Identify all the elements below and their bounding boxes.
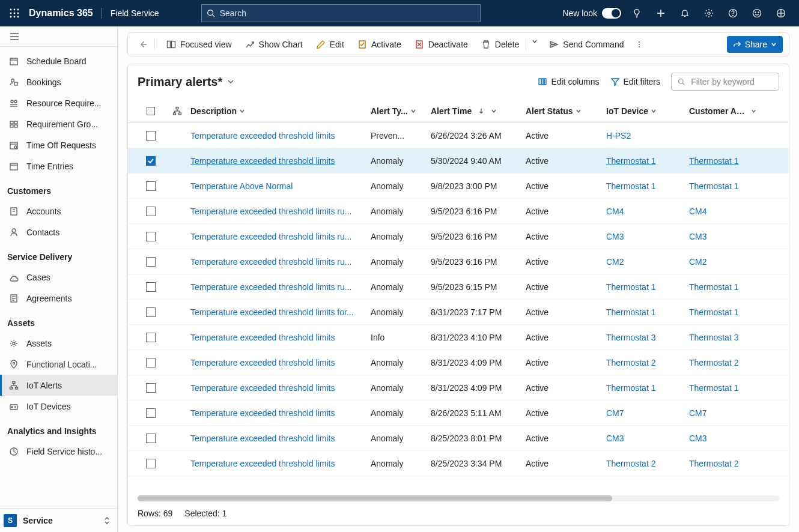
customer-asset-link[interactable]: CM4 xyxy=(689,207,762,216)
description-link[interactable]: Temperature exceeded threshold limits ru… xyxy=(190,257,371,267)
description-link[interactable]: Temperature exceeded threshold limits xyxy=(190,383,371,393)
iot-device-link[interactable]: Thermostat 1 xyxy=(606,282,689,292)
iot-device-link[interactable]: H-PS2 xyxy=(606,131,689,141)
toggle-switch[interactable] xyxy=(602,8,621,19)
sidebar-item[interactable]: Requirement Gro... xyxy=(0,113,117,135)
iot-device-link[interactable]: CM2 xyxy=(606,257,689,267)
iot-device-link[interactable]: Thermostat 1 xyxy=(606,156,689,166)
focused-view-button[interactable]: Focused view xyxy=(160,32,238,56)
customer-asset-link[interactable]: Thermostat 2 xyxy=(689,358,762,367)
customer-asset-link[interactable]: Thermostat 1 xyxy=(689,383,762,393)
notifications-button[interactable] xyxy=(673,0,697,26)
table-row[interactable]: Temperature exceeded threshold limitsAno… xyxy=(128,401,789,426)
table-row[interactable]: Temperature exceeded threshold limitsAno… xyxy=(128,451,789,476)
iot-device-link[interactable]: Thermostat 2 xyxy=(606,459,689,468)
row-checkbox[interactable] xyxy=(138,333,164,342)
row-checkbox[interactable] xyxy=(138,434,164,443)
row-checkbox[interactable] xyxy=(138,207,164,216)
row-checkbox[interactable] xyxy=(138,232,164,241)
add-button[interactable] xyxy=(649,0,673,26)
description-link[interactable]: Temperature exceeded threshold limits xyxy=(190,408,371,418)
table-row[interactable]: Temperature Above NormalAnomaly9/8/2023 … xyxy=(128,174,789,199)
sidebar-item[interactable]: Schedule Board xyxy=(0,50,117,71)
show-chart-button[interactable]: Show Chart xyxy=(238,32,309,56)
sidebar-item[interactable]: Contacts xyxy=(0,222,117,243)
row-checkbox[interactable] xyxy=(138,307,164,317)
sidebar-item[interactable]: Assets xyxy=(0,333,117,354)
keyword-filter[interactable] xyxy=(671,73,779,91)
sidebar-item[interactable]: Cases xyxy=(0,267,117,288)
column-alert-time[interactable]: Alert Time xyxy=(431,106,526,116)
customer-asset-link[interactable]: Thermostat 1 xyxy=(689,307,762,317)
description-link[interactable]: Temperature exceeded threshold limits fo… xyxy=(190,307,371,317)
customer-asset-link[interactable]: Thermostat 2 xyxy=(689,459,762,468)
iot-device-link[interactable]: CM3 xyxy=(606,232,689,241)
column-alert-type[interactable]: Alert Ty... xyxy=(371,106,431,116)
delete-button[interactable]: Delete xyxy=(475,32,526,56)
lightbulb-button[interactable] xyxy=(625,0,649,26)
sidebar-collapse-button[interactable] xyxy=(0,26,117,47)
table-row[interactable]: Temperature exceeded threshold limitsAno… xyxy=(128,350,789,375)
column-customer-asset[interactable]: Customer Asset xyxy=(689,106,762,116)
customer-asset-link[interactable]: Thermostat 1 xyxy=(689,156,762,166)
environment-button[interactable] xyxy=(769,0,793,26)
sidebar-item[interactable]: Resource Require... xyxy=(0,92,117,113)
table-row[interactable]: Temperature exceeded threshold limits fo… xyxy=(128,300,789,325)
description-link[interactable]: Temperature exceeded threshold limits xyxy=(190,434,371,443)
table-row[interactable]: Temperature exceeded threshold limits ru… xyxy=(128,274,789,300)
sidebar-item[interactable]: Agreements xyxy=(0,288,117,309)
description-link[interactable]: Temperature exceeded threshold limits xyxy=(190,333,371,342)
customer-asset-link[interactable]: CM3 xyxy=(689,232,762,241)
description-link[interactable]: Temperature exceeded threshold limits xyxy=(190,459,371,468)
row-checkbox[interactable] xyxy=(138,282,164,292)
sidebar-item[interactable]: IoT Alerts xyxy=(0,375,117,396)
edit-filters-button[interactable]: Edit filters xyxy=(610,77,660,86)
row-checkbox[interactable] xyxy=(138,459,164,468)
column-iot-device[interactable]: IoT Device xyxy=(606,106,689,116)
row-checkbox[interactable] xyxy=(138,383,164,393)
description-link[interactable]: Temperature exceeded threshold limits ru… xyxy=(190,232,371,241)
area-switcher[interactable]: S Service xyxy=(0,508,117,532)
customer-asset-link[interactable]: CM3 xyxy=(689,434,762,443)
description-link[interactable]: Temperature exceeded threshold limits xyxy=(190,156,371,166)
edit-button[interactable]: Edit xyxy=(309,32,351,56)
table-row[interactable]: Temperature exceeded threshold limitsAno… xyxy=(128,375,789,401)
table-row[interactable]: Temperature exceeded threshold limits ru… xyxy=(128,199,789,224)
feedback-button[interactable] xyxy=(745,0,769,26)
sidebar-item[interactable]: IoT Devices xyxy=(0,396,117,417)
row-checkbox[interactable] xyxy=(138,408,164,418)
row-checkbox[interactable] xyxy=(138,131,164,141)
global-search-input[interactable] xyxy=(219,8,475,19)
delete-split-dropdown[interactable] xyxy=(526,38,542,50)
settings-button[interactable] xyxy=(697,0,721,26)
app-name-label[interactable]: Field Service xyxy=(111,8,159,18)
row-checkbox[interactable] xyxy=(138,257,164,267)
sidebar-item[interactable]: Time Off Requests xyxy=(0,135,117,156)
horizontal-scrollbar[interactable] xyxy=(138,495,779,503)
iot-device-link[interactable]: Thermostat 2 xyxy=(606,358,689,367)
customer-asset-link[interactable]: CM7 xyxy=(689,408,762,418)
iot-device-link[interactable]: Thermostat 1 xyxy=(606,181,689,191)
table-row[interactable]: Temperature exceeded threshold limits ru… xyxy=(128,249,789,274)
select-all-checkbox[interactable] xyxy=(138,107,164,115)
description-link[interactable]: Temperature exceeded threshold limits xyxy=(190,358,371,367)
description-link[interactable]: Temperature exceeded threshold limits ru… xyxy=(190,207,371,216)
customer-asset-link[interactable]: Thermostat 3 xyxy=(689,333,762,342)
edit-columns-button[interactable]: Edit columns xyxy=(538,77,599,86)
sidebar-item[interactable]: Accounts xyxy=(0,201,117,222)
description-link[interactable]: Temperature exceeded threshold limits xyxy=(190,131,371,141)
keyword-filter-input[interactable] xyxy=(690,76,773,87)
grid-body[interactable]: Temperature exceeded threshold limitsPre… xyxy=(128,123,789,492)
iot-device-link[interactable]: CM7 xyxy=(606,408,689,418)
global-search[interactable] xyxy=(201,4,481,22)
sidebar-item[interactable]: Bookings xyxy=(0,71,117,92)
send-command-button[interactable]: Send Command xyxy=(542,32,630,56)
row-checkbox[interactable] xyxy=(138,358,164,367)
row-checkbox[interactable] xyxy=(138,156,164,166)
iot-device-link[interactable]: Thermostat 3 xyxy=(606,333,689,342)
activate-button[interactable]: Activate xyxy=(351,32,408,56)
back-button[interactable] xyxy=(134,40,152,49)
customer-asset-link[interactable]: Thermostat 1 xyxy=(689,282,762,292)
sidebar-item[interactable]: Field Service histo... xyxy=(0,441,117,462)
table-row[interactable]: Temperature exceeded threshold limitsInf… xyxy=(128,325,789,350)
